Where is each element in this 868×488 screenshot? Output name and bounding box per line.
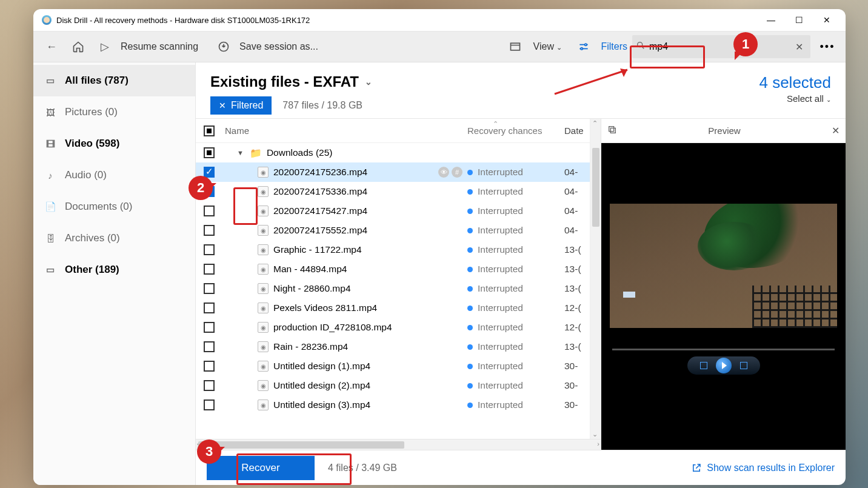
- status-dot-icon: [467, 325, 473, 330]
- view-label[interactable]: View ⌄: [533, 41, 563, 52]
- annotation-box-recover: [236, 453, 352, 485]
- expand-icon[interactable]: ▼: [237, 149, 244, 156]
- close-icon[interactable]: ✕: [219, 101, 226, 110]
- row-checkbox[interactable]: [204, 225, 215, 236]
- sidebar-icon: ▭: [44, 264, 56, 275]
- selected-count: 4 selected: [759, 73, 831, 92]
- sidebar-item-label: Video (598): [65, 138, 119, 150]
- seek-bar[interactable]: [612, 349, 835, 350]
- file-name: 20200724175427.mp4: [273, 206, 367, 216]
- row-checkbox[interactable]: [204, 322, 215, 333]
- sidebar-item[interactable]: ▭All files (787): [33, 65, 195, 96]
- row-checkbox[interactable]: [204, 264, 215, 275]
- row-badges: 👁#: [438, 167, 462, 178]
- video-file-icon: ◉: [258, 225, 269, 236]
- page-title[interactable]: Existing files - EXFAT ⌄: [210, 73, 759, 90]
- sidebar-icon: 🖼: [44, 107, 56, 118]
- file-row[interactable]: ◉Untitled design (2).mp4Interrupted30-: [196, 376, 601, 395]
- recovery-status: Interrupted: [478, 206, 523, 216]
- home-button[interactable]: [66, 35, 90, 59]
- row-checkbox[interactable]: [204, 361, 215, 372]
- sidebar-item[interactable]: ♪Audio (0): [33, 159, 195, 191]
- file-row[interactable]: ◉Man - 44894.mp4Interrupted13-(: [196, 259, 601, 279]
- sidebar-item-label: Archives (0): [65, 232, 120, 244]
- vertical-scrollbar[interactable]: ⌃⌄: [590, 119, 601, 439]
- resume-icon[interactable]: ▷: [93, 35, 117, 59]
- maximize-button[interactable]: ☐: [785, 10, 813, 30]
- recovery-status: Interrupted: [478, 244, 523, 255]
- play-button[interactable]: [716, 358, 732, 373]
- view-icon[interactable]: [503, 35, 527, 59]
- status-dot-icon: [467, 344, 473, 350]
- save-session-icon[interactable]: [212, 35, 236, 59]
- main-panel: Existing files - EXFAT ⌄ ✕Filtered 787 f…: [196, 62, 846, 485]
- row-checkbox[interactable]: [204, 380, 215, 391]
- stop-button[interactable]: [700, 362, 707, 369]
- folder-row[interactable]: ▼📁Downloads (25): [196, 143, 601, 162]
- folder-name: Downloads (25): [267, 147, 333, 158]
- status-dot-icon: [467, 228, 473, 233]
- sidebar-item[interactable]: ▭Other (189): [33, 254, 195, 286]
- row-checkbox[interactable]: [204, 147, 215, 158]
- sidebar-item-label: Other (189): [65, 264, 119, 276]
- row-checkbox[interactable]: [204, 341, 215, 352]
- sidebar-item[interactable]: 🗄Archives (0): [33, 222, 195, 254]
- row-checkbox[interactable]: [204, 206, 215, 216]
- recovery-status: Interrupted: [478, 341, 523, 352]
- video-file-icon: ◉: [258, 399, 269, 410]
- filters-icon[interactable]: [572, 35, 596, 59]
- column-name[interactable]: Name: [222, 125, 467, 136]
- file-row[interactable]: ◉Night - 28860.mp4Interrupted13-(: [196, 279, 601, 298]
- horizontal-scrollbar[interactable]: ‹›: [196, 439, 601, 450]
- file-name: Rain - 28236.mp4: [273, 341, 348, 352]
- clear-search-button[interactable]: ✕: [791, 41, 807, 53]
- close-preview-button[interactable]: ✕: [832, 125, 840, 136]
- row-checkbox[interactable]: [204, 244, 215, 255]
- status-dot-icon: [467, 189, 473, 195]
- more-menu-button[interactable]: •••: [815, 35, 840, 59]
- fullscreen-button[interactable]: [740, 362, 747, 369]
- row-checkbox[interactable]: [204, 283, 215, 294]
- sidebar-item[interactable]: 🎞Video (598): [33, 128, 195, 159]
- preview-body: [601, 143, 846, 450]
- file-row[interactable]: ◉Untitled design (3).mp4Interrupted30-: [196, 395, 601, 415]
- header-checkbox[interactable]: [204, 125, 215, 136]
- preview-panel: Preview ✕: [601, 119, 846, 450]
- svg-rect-6: [609, 127, 614, 132]
- file-row[interactable]: ◉Untitled design (1).mp4Interrupted30-: [196, 356, 601, 376]
- file-row[interactable]: ◉Pexels Videos 2811.mp4Interrupted12-(: [196, 298, 601, 318]
- status-dot-icon: [467, 306, 473, 311]
- save-session-label[interactable]: Save session as...: [239, 41, 318, 52]
- close-window-button[interactable]: ✕: [813, 10, 841, 30]
- file-row[interactable]: ◉Graphic - 11722.mp4Interrupted13-(: [196, 240, 601, 259]
- column-recovery[interactable]: Recovery chances: [467, 125, 564, 136]
- filters-label[interactable]: Filters: [601, 41, 627, 52]
- recovery-status: Interrupted: [478, 283, 523, 293]
- recovery-status: Interrupted: [478, 361, 523, 371]
- status-dot-icon: [467, 170, 473, 175]
- sidebar-item[interactable]: 🖼Pictures (0): [33, 96, 195, 128]
- file-row[interactable]: ◉production ID_4728108.mp4Interrupted12-…: [196, 318, 601, 337]
- back-button[interactable]: ←: [39, 35, 64, 59]
- filtered-chip[interactable]: ✕Filtered: [210, 96, 272, 115]
- file-count-label: 787 files / 19.8 GB: [282, 100, 362, 111]
- copy-icon[interactable]: [607, 125, 617, 136]
- status-dot-icon: [467, 286, 473, 292]
- resume-label[interactable]: Resume scanning: [121, 41, 198, 52]
- sidebar-item[interactable]: 📄Documents (0): [33, 191, 195, 222]
- recovery-status: Interrupted: [478, 380, 523, 390]
- svg-point-3: [581, 48, 583, 50]
- preview-thumbnail: [610, 204, 837, 328]
- file-row[interactable]: ◉Rain - 28236.mp4Interrupted13-(: [196, 337, 601, 356]
- recovery-status: Interrupted: [478, 399, 523, 410]
- file-row[interactable]: ◉20200724175236.mp4👁#Interrupted04-: [196, 162, 601, 182]
- row-checkbox[interactable]: [204, 399, 215, 410]
- grid-header: Name ⌃ Recovery chances Date: [196, 119, 601, 143]
- show-in-explorer-link[interactable]: Show scan results in Explorer: [691, 463, 835, 473]
- row-checkbox[interactable]: [204, 302, 215, 313]
- status-dot-icon: [467, 209, 473, 214]
- select-all-button[interactable]: Select all ⌄: [759, 93, 831, 104]
- minimize-button[interactable]: —: [757, 10, 785, 30]
- file-name: production ID_4728108.mp4: [273, 322, 392, 333]
- svg-point-2: [585, 44, 587, 45]
